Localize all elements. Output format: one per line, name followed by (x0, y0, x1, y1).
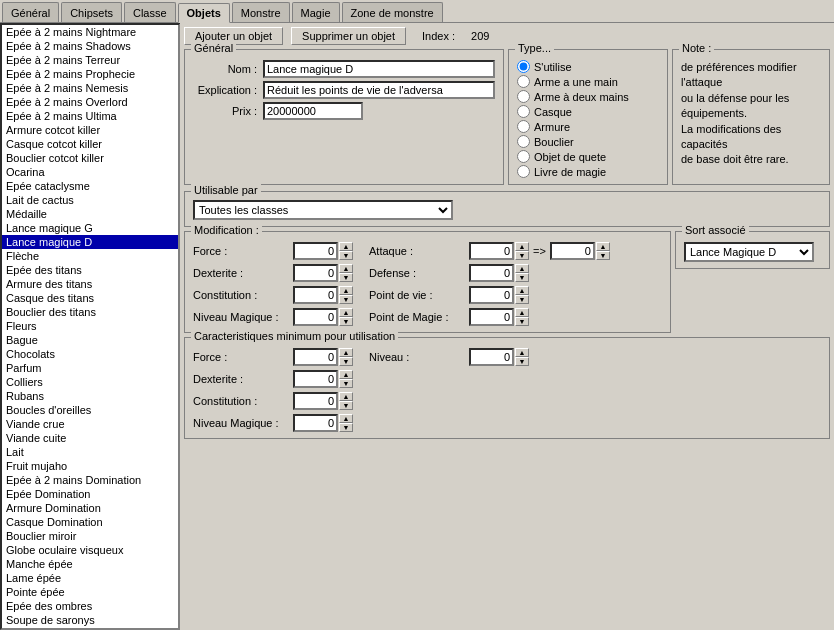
list-item[interactable]: Lance magique G (2, 221, 178, 235)
tab-classe[interactable]: Classe (124, 2, 176, 22)
caract-constitution-spin-down[interactable]: ▼ (339, 401, 353, 410)
list-item[interactable]: Viande cuite (2, 431, 178, 445)
list-item[interactable]: Epée à 2 mains Prophecie (2, 67, 178, 81)
tab-zone-monstre[interactable]: Zone de monstre (342, 2, 443, 22)
point-vie-spin-down[interactable]: ▼ (515, 295, 529, 304)
defense-spin-down[interactable]: ▼ (515, 273, 529, 282)
type-radio-3[interactable] (517, 105, 530, 118)
list-item[interactable]: Parfum (2, 361, 178, 375)
list-item[interactable]: Epée des titans (2, 263, 178, 277)
list-item[interactable]: Lait de cactus (2, 193, 178, 207)
list-item[interactable]: Boucles d'oreilles (2, 403, 178, 417)
list-item[interactable]: Ocarina (2, 165, 178, 179)
list-item[interactable]: Lait (2, 445, 178, 459)
attaque-spin-down2[interactable]: ▼ (596, 251, 610, 260)
nom-input[interactable] (263, 60, 495, 78)
items-list[interactable]: Epée à 2 mains NightmareEpée à 2 mains S… (0, 23, 180, 630)
caract-niveau-spin-down[interactable]: ▼ (515, 357, 529, 366)
caract-dexterite-spin-up[interactable]: ▲ (339, 370, 353, 379)
list-item[interactable]: Epée à 2 mains Ultima (2, 109, 178, 123)
list-item[interactable]: Epée à 2 mains Shadows (2, 39, 178, 53)
list-item[interactable]: Epée à 2 mains Domination (2, 473, 178, 487)
constitution-spin-up[interactable]: ▲ (339, 286, 353, 295)
caract-niveau-magique-spin-down[interactable]: ▼ (339, 423, 353, 432)
type-radio-0[interactable] (517, 60, 530, 73)
caract-dexterite-input[interactable] (293, 370, 338, 388)
list-item[interactable]: Colliers (2, 375, 178, 389)
niveau-magique-spin-down[interactable]: ▼ (339, 317, 353, 326)
force-spin-down[interactable]: ▼ (339, 251, 353, 260)
list-item[interactable]: Epée cataclysme (2, 179, 178, 193)
list-item[interactable]: Epée Domination (2, 487, 178, 501)
list-item[interactable]: Rubans (2, 389, 178, 403)
tab-objets[interactable]: Objets (178, 3, 230, 23)
caract-niveau-magique-spin-up[interactable]: ▲ (339, 414, 353, 423)
list-item[interactable]: Casque cotcot killer (2, 137, 178, 151)
list-item[interactable]: Armure cotcot killer (2, 123, 178, 137)
attaque-spin-up2[interactable]: ▲ (596, 242, 610, 251)
defense-spin-up[interactable]: ▲ (515, 264, 529, 273)
list-item[interactable]: Lance magique D (2, 235, 178, 249)
caract-force-spin-up[interactable]: ▲ (339, 348, 353, 357)
attaque-input2[interactable] (550, 242, 595, 260)
dexterite-spin-up[interactable]: ▲ (339, 264, 353, 273)
caract-constitution-spin-up[interactable]: ▲ (339, 392, 353, 401)
type-radio-1[interactable] (517, 75, 530, 88)
utilisable-select[interactable]: Toutes les classesGuerrierMagePrêtreVole… (193, 200, 453, 220)
tab-magie[interactable]: Magie (292, 2, 340, 22)
list-item[interactable]: Pointe épée (2, 585, 178, 599)
list-item[interactable]: Bouclier cotcot killer (2, 151, 178, 165)
force-input[interactable] (293, 242, 338, 260)
tab-chipsets[interactable]: Chipsets (61, 2, 122, 22)
attaque-input1[interactable] (469, 242, 514, 260)
force-spin-up[interactable]: ▲ (339, 242, 353, 251)
prix-input[interactable] (263, 102, 363, 120)
caract-niveau-spin-up[interactable]: ▲ (515, 348, 529, 357)
list-item[interactable]: Armure Domination (2, 501, 178, 515)
caract-niveau-magique-input[interactable] (293, 414, 338, 432)
point-magie-input[interactable] (469, 308, 514, 326)
type-radio-2[interactable] (517, 90, 530, 103)
point-magie-spin-down[interactable]: ▼ (515, 317, 529, 326)
list-item[interactable]: Casque Domination (2, 515, 178, 529)
type-radio-5[interactable] (517, 135, 530, 148)
type-radio-6[interactable] (517, 150, 530, 163)
list-item[interactable]: Soupe de saronys (2, 613, 178, 627)
attaque-spin-up1[interactable]: ▲ (515, 242, 529, 251)
caract-force-spin-down[interactable]: ▼ (339, 357, 353, 366)
list-item[interactable]: Médaille (2, 207, 178, 221)
explication-input[interactable] (263, 81, 495, 99)
list-item[interactable]: Lame épée (2, 571, 178, 585)
dexterite-spin-down[interactable]: ▼ (339, 273, 353, 282)
list-item[interactable]: Armure des titans (2, 277, 178, 291)
constitution-spin-down[interactable]: ▼ (339, 295, 353, 304)
point-vie-spin-up[interactable]: ▲ (515, 286, 529, 295)
tab-monstre[interactable]: Monstre (232, 2, 290, 22)
list-item[interactable]: Viande crue (2, 417, 178, 431)
list-item[interactable]: Flèche (2, 249, 178, 263)
defense-input[interactable] (469, 264, 514, 282)
list-item[interactable]: Casque des titans (2, 291, 178, 305)
niveau-magique-input[interactable] (293, 308, 338, 326)
list-item[interactable]: Bague (2, 333, 178, 347)
type-radio-4[interactable] (517, 120, 530, 133)
niveau-magique-spin-up[interactable]: ▲ (339, 308, 353, 317)
tab-general[interactable]: Général (2, 2, 59, 22)
list-item[interactable]: Epée à 2 mains Terreur (2, 53, 178, 67)
list-item[interactable]: Epée des ombres (2, 599, 178, 613)
attaque-spin-down1[interactable]: ▼ (515, 251, 529, 260)
caract-force-input[interactable] (293, 348, 338, 366)
caract-constitution-input[interactable] (293, 392, 338, 410)
dexterite-input[interactable] (293, 264, 338, 282)
caract-dexterite-spin-down[interactable]: ▼ (339, 379, 353, 388)
sort-select[interactable]: Lance Magique D (684, 242, 814, 262)
list-item[interactable]: Fruit mujaho (2, 459, 178, 473)
list-item[interactable]: Globe oculaire visqueux (2, 543, 178, 557)
list-item[interactable]: Manche épée (2, 557, 178, 571)
list-item[interactable]: Chocolats (2, 347, 178, 361)
caract-niveau-input[interactable] (469, 348, 514, 366)
list-item[interactable]: Epée à 2 mains Nightmare (2, 25, 178, 39)
list-item[interactable]: Epée à 2 mains Overlord (2, 95, 178, 109)
point-vie-input[interactable] (469, 286, 514, 304)
list-item[interactable]: Bouclier miroir (2, 529, 178, 543)
